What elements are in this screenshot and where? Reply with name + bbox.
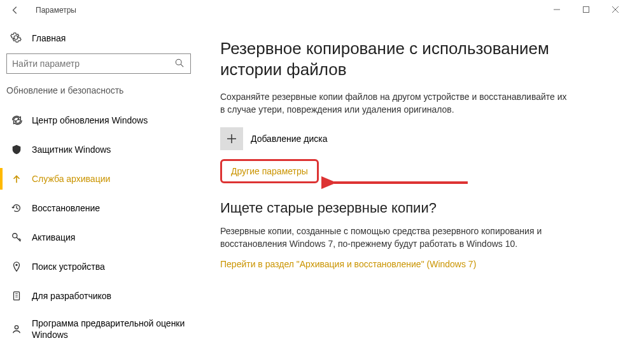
- svg-point-7: [15, 264, 17, 266]
- shield-icon: [10, 143, 23, 156]
- history-icon: [10, 202, 23, 214]
- page-heading: Резервное копирование с использованием и…: [220, 38, 573, 80]
- sidebar-item-insider[interactable]: Программа предварительной оценки Windows: [0, 311, 197, 347]
- maximize-button[interactable]: [571, 0, 601, 19]
- back-button[interactable]: [9, 4, 22, 17]
- plus-box: [220, 127, 243, 150]
- sidebar-item-windows-update[interactable]: Центр обновления Windows: [0, 106, 197, 135]
- sidebar-item-label: Служба архивации: [32, 174, 110, 184]
- page-description: Сохраняйте резервные копии файлов на дру…: [220, 91, 573, 116]
- window-title: Параметры: [36, 6, 76, 15]
- svg-line-5: [181, 64, 183, 67]
- titlebar: Параметры: [0, 0, 630, 20]
- search-input[interactable]: [12, 59, 175, 69]
- search-icon: [175, 59, 185, 69]
- close-icon: [612, 6, 619, 13]
- main-content: Резервное копирование с использованием и…: [197, 20, 592, 347]
- sidebar-item-developers[interactable]: Для разработчиков: [0, 281, 197, 311]
- plus-icon: [227, 134, 237, 144]
- more-options-link[interactable]: Другие параметры: [231, 166, 308, 176]
- section-heading-old-backups: Ищете старые резервные копии?: [220, 200, 573, 216]
- add-drive-button[interactable]: Добавление диска: [220, 127, 573, 150]
- sidebar-item-label: Защитник Windows: [32, 144, 111, 155]
- svg-point-12: [15, 326, 18, 329]
- sidebar-item-label: Для разработчиков: [32, 291, 111, 301]
- sidebar-item-recovery[interactable]: Восстановление: [0, 193, 197, 223]
- sidebar-home-label: Главная: [32, 33, 66, 43]
- window-controls: [542, 0, 630, 19]
- insider-icon: [10, 323, 23, 335]
- minimize-icon: [554, 6, 560, 13]
- key-icon: [10, 231, 23, 244]
- backup-arrow-icon: [10, 172, 23, 185]
- sidebar-item-defender[interactable]: Защитник Windows: [0, 135, 197, 164]
- arrow-left-icon: [11, 6, 20, 15]
- add-drive-label: Добавление диска: [251, 134, 327, 144]
- sidebar-item-find-device[interactable]: Поиск устройства: [0, 252, 197, 281]
- svg-point-6: [13, 234, 17, 238]
- gear-icon: [10, 32, 23, 45]
- location-icon: [10, 260, 23, 273]
- maximize-icon: [583, 6, 589, 13]
- search-input-wrapper[interactable]: [6, 53, 191, 74]
- sidebar-item-label: Активация: [32, 232, 75, 242]
- goto-backup-restore-link[interactable]: Перейти в раздел "Архивация и восстановл…: [220, 259, 476, 269]
- svg-rect-8: [14, 292, 20, 300]
- sidebar-item-label: Программа предварительной оценки Windows: [32, 318, 197, 340]
- minimize-button[interactable]: [542, 0, 571, 19]
- svg-point-4: [176, 59, 181, 65]
- sidebar-item-label: Восстановление: [32, 203, 100, 213]
- sidebar-item-label: Центр обновления Windows: [32, 115, 148, 125]
- sync-icon: [10, 114, 23, 127]
- more-options-highlight: Другие параметры: [220, 159, 319, 183]
- sidebar-item-label: Поиск устройства: [32, 262, 105, 272]
- close-button[interactable]: [601, 0, 630, 19]
- sidebar: Главная Обновление и безопасность Центр …: [0, 20, 197, 347]
- sidebar-item-backup[interactable]: Служба архивации: [0, 164, 197, 193]
- svg-rect-1: [584, 7, 589, 13]
- developer-icon: [10, 290, 23, 302]
- sidebar-home[interactable]: Главная: [0, 32, 197, 53]
- old-backups-description: Резервные копии, созданные с помощью сре…: [220, 225, 573, 250]
- sidebar-item-activation[interactable]: Активация: [0, 223, 197, 252]
- sidebar-section-title: Обновление и безопасность: [0, 85, 197, 106]
